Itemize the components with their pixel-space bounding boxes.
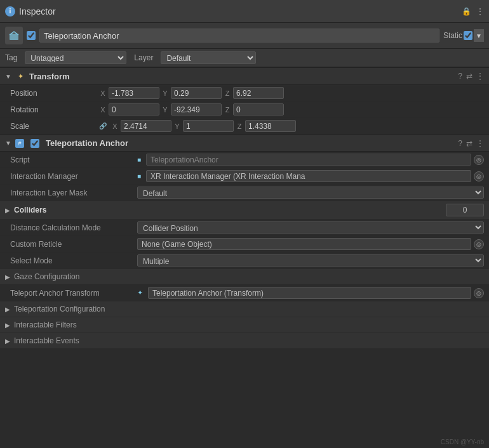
teleport-anchor-label: Teleport Anchor Transform (10, 289, 137, 298)
position-label: Position (10, 89, 99, 98)
scale-row: Scale 🔗 X Y Z (0, 118, 489, 135)
select-mode-value: Multiple (137, 254, 484, 267)
interaction-manager-value: ■ XR Interaction Manager (XR Interaction… (137, 170, 484, 182)
position-z-input[interactable] (233, 87, 284, 99)
gameobject-active-checkbox[interactable] (27, 31, 36, 40)
interaction-layer-label: Interaction Layer Mask (10, 188, 137, 197)
lock-icon[interactable]: 🔒 (462, 7, 471, 16)
layer-select[interactable]: Default (161, 51, 256, 64)
teleportation-config-arrow: ▶ (5, 306, 10, 313)
tag-select[interactable]: Untagged (25, 51, 126, 64)
rotation-z-input[interactable] (233, 103, 284, 115)
transform-actions: ? ⇄ ⋮ (458, 72, 484, 81)
svg-rect-0 (10, 34, 18, 40)
script-field: TeleportationAnchor (146, 154, 471, 166)
teleportation-config-label: Teleportation Configuration (14, 305, 105, 313)
position-row: Position X Y Z (0, 85, 489, 102)
custom-reticle-target-btn[interactable]: ◎ (474, 239, 484, 249)
transform-menu-icon[interactable]: ⋮ (476, 72, 484, 81)
rotation-y-input[interactable] (171, 103, 222, 115)
distance-mode-row: Distance Calculation Mode Collider Posit… (0, 220, 489, 236)
tag-layer-row: Tag Untagged Layer Default (0, 49, 489, 67)
colliders-row[interactable]: ▶ Colliders (0, 201, 489, 220)
layer-label: Layer (134, 53, 153, 62)
interaction-layer-row: Interaction Layer Mask Default (0, 185, 489, 201)
interactable-filters-row[interactable]: ▶ Interactable Filters (0, 317, 489, 333)
select-mode-row: Select Mode Multiple (0, 253, 489, 269)
distance-mode-label: Distance Calculation Mode (10, 223, 137, 232)
position-xyz: X Y Z (99, 87, 484, 99)
interaction-layer-value: Default (137, 187, 484, 199)
select-mode-select[interactable]: Multiple (137, 254, 484, 267)
script-value: ■ TeleportationAnchor ◎ (137, 154, 484, 166)
interaction-layer-select[interactable]: Default (137, 187, 484, 199)
interactable-events-row[interactable]: ▶ Interactable Events (0, 333, 489, 349)
inspector-header: i Inspector 🔒 ⋮ (0, 0, 489, 23)
transform-settings-icon[interactable]: ⇄ (466, 72, 472, 81)
gameobject-name-input[interactable] (39, 29, 439, 43)
static-label: Static (443, 31, 462, 40)
interaction-manager-field: XR Interaction Manager (XR Interaction M… (146, 170, 471, 182)
transform-help-icon[interactable]: ? (458, 72, 462, 81)
gameobject-row: Static ▼ (0, 23, 489, 49)
gaze-config-row[interactable]: ▶ Gaze Configuration (0, 269, 489, 285)
scale-y-input[interactable] (183, 120, 234, 132)
teleport-anchor-target-btn[interactable]: ◎ (474, 288, 484, 298)
component-section-header[interactable]: ▼ # Teleportation Anchor ? ⇄ ⋮ (0, 135, 489, 152)
interactable-events-label: Interactable Events (14, 336, 79, 345)
gaze-config-label: Gaze Configuration (14, 272, 79, 281)
interaction-manager-target-btn[interactable]: ◎ (474, 171, 484, 181)
colliders-input[interactable] (446, 204, 484, 216)
interactable-events-arrow: ▶ (5, 338, 10, 345)
tag-label: Tag (5, 53, 17, 62)
scale-label: Scale (10, 122, 99, 131)
gaze-config-arrow: ▶ (5, 273, 10, 280)
position-y-input[interactable] (171, 87, 222, 99)
static-dropdown-button[interactable]: ▼ (474, 29, 484, 42)
component-actions: ? ⇄ ⋮ (458, 139, 484, 148)
script-file-icon: ■ (137, 156, 141, 163)
component-settings-icon[interactable]: ⇄ (466, 139, 472, 148)
scale-z-input[interactable] (245, 120, 296, 132)
scale-x-input[interactable] (121, 120, 171, 132)
inspector-title: Inspector (19, 6, 462, 16)
scale-xyz: 🔗 X Y Z (99, 120, 484, 132)
scale-lock-icon: 🔗 (99, 122, 107, 129)
component-help-icon[interactable]: ? (458, 139, 462, 148)
colliders-label: Colliders (14, 206, 446, 214)
custom-reticle-label: Custom Reticle (10, 240, 137, 249)
interactable-filters-label: Interactable Filters (14, 320, 77, 329)
script-label: Script (10, 155, 137, 164)
script-target-btn[interactable]: ◎ (474, 155, 484, 165)
script-row: Script ■ TeleportationAnchor ◎ (0, 152, 489, 168)
header-icons: 🔒 ⋮ (462, 7, 484, 16)
rotation-xyz: X Y Z (99, 103, 484, 115)
position-x-input[interactable] (109, 87, 159, 99)
teleport-anchor-field: Teleportation Anchor (Transform) (148, 287, 471, 299)
menu-icon[interactable]: ⋮ (476, 7, 484, 16)
rotation-x-input[interactable] (109, 103, 159, 115)
component-title: Teleportation Anchor (46, 138, 454, 148)
transform-arrow: ▼ (5, 73, 11, 80)
rotation-row: Rotation X Y Z (0, 102, 489, 118)
interaction-manager-label: Interaction Manager (10, 172, 137, 181)
colliders-arrow: ▶ (5, 207, 10, 214)
transform-section-header[interactable]: ▼ ✦ Transform ? ⇄ ⋮ (0, 67, 489, 85)
distance-mode-value: Collider Position (137, 221, 484, 234)
custom-reticle-value: None (Game Object) ◎ (137, 238, 484, 250)
interactable-filters-arrow: ▶ (5, 322, 10, 329)
gameobject-icon (5, 27, 23, 44)
component-arrow: ▼ (5, 140, 11, 147)
rotation-label: Rotation (10, 105, 99, 114)
distance-mode-select[interactable]: Collider Position (137, 221, 484, 234)
static-checkbox[interactable] (464, 31, 472, 40)
custom-reticle-field: None (Game Object) (137, 238, 471, 250)
component-active-checkbox[interactable] (30, 139, 39, 148)
select-mode-label: Select Mode (10, 256, 137, 265)
component-menu-icon[interactable]: ⋮ (476, 139, 484, 148)
teleportation-config-row[interactable]: ▶ Teleportation Configuration (0, 301, 489, 317)
transform-icon: ✦ (15, 71, 25, 81)
watermark: CSDN @YY-nb (441, 438, 484, 445)
component-hash-icon: # (15, 139, 24, 148)
transform-title: Transform (29, 72, 454, 81)
